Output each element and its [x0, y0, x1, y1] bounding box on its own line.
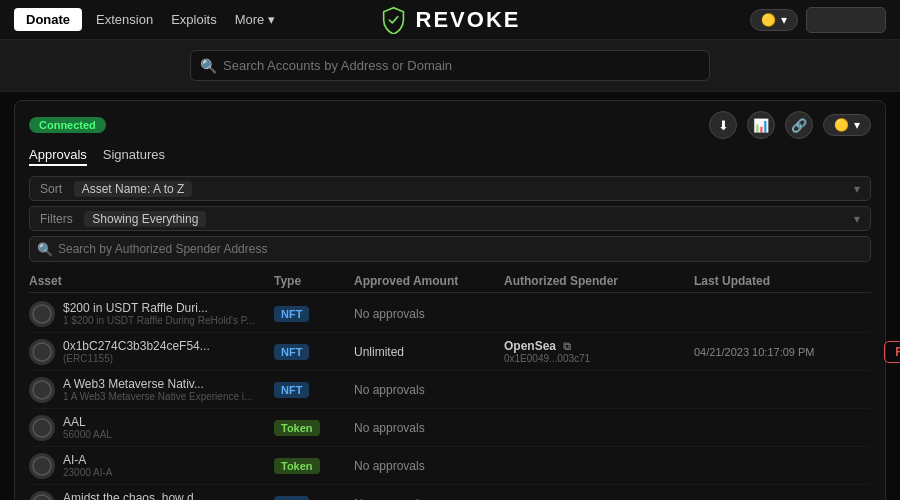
unlimited-label: Unlimited [354, 345, 404, 359]
chain-selector[interactable]: 🟡 ▾ [750, 9, 798, 31]
type-cell: Token [274, 420, 354, 436]
no-approvals-label: No approvals [354, 497, 425, 501]
col-approved: Approved Amount [354, 274, 504, 288]
asset-info: AI-A 23000 AI-A [63, 453, 112, 478]
asset-cell: AAL 56000 AAL [29, 415, 274, 441]
asset-cell: Amidst the chaos, how d... 1 Amidst the … [29, 491, 274, 501]
asset-sub: 1 $200 in USDT Raffle During ReHold's P.… [63, 315, 254, 326]
type-cell: NFT [274, 306, 354, 322]
svg-point-0 [33, 305, 51, 323]
asset-info: AAL 56000 AAL [63, 415, 112, 440]
spender-search-input[interactable] [29, 236, 871, 262]
svg-point-5 [33, 495, 51, 501]
card-icons: ⬇ 📊 🔗 🟡 ▾ [709, 111, 871, 139]
card-chain-icon: 🟡 [834, 118, 849, 132]
filter-row[interactable]: Filters Showing Everything ▾ [29, 206, 871, 231]
type-cell: NFT [274, 382, 354, 398]
no-approvals-label: No approvals [354, 307, 425, 321]
sort-label: Sort [40, 182, 62, 196]
no-approvals-label: No approvals [354, 459, 425, 473]
type-cell: NFT [274, 496, 354, 501]
spender-name: OpenSea ⧉ [504, 339, 694, 353]
search-input-wrap: 🔍 [190, 50, 710, 81]
chart-icon: 📊 [753, 118, 769, 133]
header: Donate Extension Exploits More ▾ REVOKE … [0, 0, 900, 40]
revoke-button[interactable]: Revoke [884, 341, 900, 363]
search-input[interactable] [190, 50, 710, 81]
search-bar: 🔍 [0, 40, 900, 92]
tab-approvals[interactable]: Approvals [29, 147, 87, 166]
filter-value: Showing Everything [84, 211, 206, 227]
donate-button[interactable]: Donate [14, 8, 82, 31]
asset-info: 0x1bC274C3b3b24ceF54... (ERC1155) [63, 339, 210, 364]
header-right: 🟡 ▾ [750, 7, 886, 33]
approved-cell: Unlimited [354, 345, 504, 359]
share-icon-btn[interactable]: 🔗 [785, 111, 813, 139]
asset-icon [29, 377, 55, 403]
header-left: Donate Extension Exploits More ▾ [14, 8, 275, 31]
asset-sub: 23000 AI-A [63, 467, 112, 478]
table-row: AI-A 23000 AI-A Token No approvals [29, 447, 871, 485]
approved-cell: No approvals [354, 307, 504, 321]
filter-chevron: ▾ [854, 212, 860, 226]
sort-value: Asset Name: A to Z [74, 181, 193, 197]
type-badge: NFT [274, 306, 309, 322]
asset-name: A Web3 Metaverse Nativ... [63, 377, 252, 391]
asset-sub: 1 A Web3 Metaverse Native Experience i..… [63, 391, 252, 402]
search-icon: 🔍 [200, 58, 217, 74]
asset-name: AAL [63, 415, 112, 429]
card-chain-selector[interactable]: 🟡 ▾ [823, 114, 871, 136]
table-header: Asset Type Approved Amount Authorized Sp… [29, 270, 871, 293]
download-icon-btn[interactable]: ⬇ [709, 111, 737, 139]
asset-icon [29, 301, 55, 327]
card-chain-chevron: ▾ [854, 118, 860, 132]
nav-more[interactable]: More ▾ [235, 12, 275, 27]
nav-links: Extension Exploits More ▾ [96, 12, 275, 27]
type-badge: NFT [274, 382, 309, 398]
approvals-card: Connected ⬇ 📊 🔗 🟡 ▾ Approvals Sig [14, 100, 886, 500]
asset-info: A Web3 Metaverse Nativ... 1 A Web3 Metav… [63, 377, 252, 402]
table-row: 0x1bC274C3b3b24ceF54... (ERC1155) NFT Un… [29, 333, 871, 371]
shield-icon [380, 6, 408, 34]
spender-search-wrap: 🔍 [29, 236, 871, 262]
no-approvals-label: No approvals [354, 421, 425, 435]
connected-badge: Connected [29, 117, 106, 133]
sort-left: Sort Asset Name: A to Z [40, 181, 192, 196]
spender-search-icon: 🔍 [37, 242, 53, 257]
chain-icon: 🟡 [761, 13, 776, 27]
chart-icon-btn[interactable]: 📊 [747, 111, 775, 139]
logo-text: REVOKE [416, 7, 521, 33]
approved-cell: No approvals [354, 497, 504, 501]
table-row: $200 in USDT Raffle Duri... 1 $200 in US… [29, 295, 871, 333]
wallet-input[interactable] [806, 7, 886, 33]
table-row: Amidst the chaos, how d... 1 Amidst the … [29, 485, 871, 500]
spender-cell: OpenSea ⧉ 0x1E0049...003c71 [504, 339, 694, 364]
table-row: AAL 56000 AAL Token No approvals [29, 409, 871, 447]
asset-icon [29, 453, 55, 479]
nav-exploits[interactable]: Exploits [171, 12, 217, 27]
sort-row[interactable]: Sort Asset Name: A to Z ▾ [29, 176, 871, 201]
type-badge: NFT [274, 496, 309, 501]
copy-icon[interactable]: ⧉ [563, 340, 571, 352]
updated-cell: 04/21/2023 10:17:09 PM [694, 346, 869, 358]
nav-extension[interactable]: Extension [96, 12, 153, 27]
svg-point-3 [33, 419, 51, 437]
asset-icon [29, 415, 55, 441]
table-body: $200 in USDT Raffle Duri... 1 $200 in US… [29, 295, 871, 500]
col-updated: Last Updated [694, 274, 869, 288]
type-cell: Token [274, 458, 354, 474]
type-badge: Token [274, 420, 320, 436]
no-approvals-label: No approvals [354, 383, 425, 397]
asset-name: AI-A [63, 453, 112, 467]
actions-cell: Revoke [869, 341, 900, 363]
tab-signatures[interactable]: Signatures [103, 147, 165, 166]
asset-name: $200 in USDT Raffle Duri... [63, 301, 254, 315]
asset-cell: AI-A 23000 AI-A [29, 453, 274, 479]
asset-cell: A Web3 Metaverse Nativ... 1 A Web3 Metav… [29, 377, 274, 403]
asset-sub: 56000 AAL [63, 429, 112, 440]
filter-left: Filters Showing Everything [40, 211, 206, 226]
svg-point-2 [33, 381, 51, 399]
asset-cell: 0x1bC274C3b3b24ceF54... (ERC1155) [29, 339, 274, 365]
card-header: Connected ⬇ 📊 🔗 🟡 ▾ [29, 111, 871, 139]
download-icon: ⬇ [718, 118, 729, 133]
